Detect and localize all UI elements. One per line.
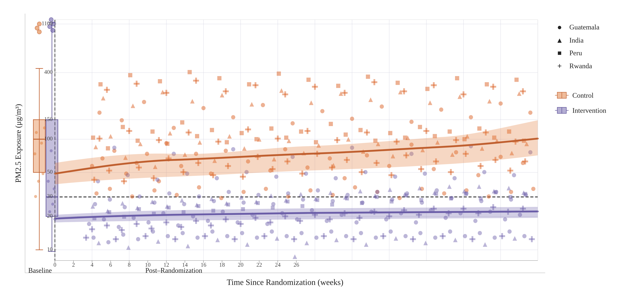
svg-marker-455 [512,236,517,241]
svg-rect-155 [418,125,422,129]
svg-point-401 [389,229,393,234]
svg-point-337 [227,190,231,194]
svg-point-402 [404,234,408,238]
svg-marker-427 [328,190,333,195]
group-legend: Control Intervention [554,90,630,116]
svg-point-586 [37,22,42,26]
y-tick-100: 100 [44,135,53,142]
svg-marker-123 [250,102,254,106]
svg-rect-148 [314,140,318,144]
svg-point-371 [482,170,486,174]
svg-point-60 [350,117,354,121]
svg-point-370 [452,176,457,180]
y-tick-50: 50 [47,168,53,175]
svg-point-329 [108,197,112,202]
svg-marker-129 [428,100,432,105]
svg-rect-486 [523,192,527,196]
svg-point-387 [180,231,185,235]
svg-point-86 [509,190,513,194]
svg-rect-475 [360,201,364,205]
svg-rect-143 [240,131,244,135]
svg-rect-476 [375,195,379,199]
svg-point-83 [442,191,446,196]
svg-point-410 [522,234,526,238]
svg-rect-146 [284,136,288,140]
legend-label-peru: Peru [569,49,582,57]
svg-point-85 [487,194,491,199]
svg-point-347 [375,190,380,194]
svg-point-604 [50,28,55,33]
svg-rect-171 [336,84,340,88]
svg-marker-98 [242,146,246,151]
svg-point-368 [393,175,397,179]
svg-marker-127 [368,97,373,102]
svg-point-585 [37,30,42,34]
svg-rect-164 [128,73,132,77]
svg-point-335 [197,194,201,199]
svg-rect-151 [358,128,363,132]
svg-rect-478 [404,193,408,197]
svg-marker-425 [298,192,303,196]
svg-point-324 [473,219,478,223]
legend-label-intervention: Intervention [572,106,606,114]
svg-rect-159 [477,126,482,131]
svg-point-339 [256,193,260,197]
svg-marker-413 [120,201,125,206]
legend-item-india: ▲ India [554,36,630,44]
svg-point-71 [175,193,179,197]
svg-marker-417 [180,198,184,202]
svg-marker-444 [186,244,190,248]
svg-marker-95 [198,140,202,145]
svg-point-607 [53,187,56,190]
svg-point-593 [34,195,37,198]
svg-point-589 [40,142,43,145]
svg-point-54 [172,126,176,130]
svg-rect-460 [137,207,141,211]
svg-point-373 [112,146,116,150]
svg-rect-150 [344,132,348,137]
svg-marker-445 [215,238,220,242]
svg-point-383 [121,232,125,237]
svg-point-393 [270,229,274,234]
svg-point-61 [380,105,384,109]
svg-rect-484 [494,190,498,194]
svg-marker-93 [168,131,172,135]
svg-point-75 [264,187,268,191]
svg-point-386 [166,234,170,238]
svg-point-592 [37,180,40,183]
svg-point-66 [528,111,532,115]
control-box-swatch [554,90,569,101]
svg-rect-471 [300,204,304,208]
svg-point-404 [433,235,438,240]
triangle-icon: ▲ [554,36,565,44]
svg-rect-144 [254,137,259,141]
svg-point-334 [182,202,186,206]
svg-point-328 [93,202,97,206]
svg-point-389 [210,229,214,234]
svg-marker-124 [279,88,284,93]
svg-marker-122 [220,93,224,97]
svg-marker-119 [130,104,135,108]
svg-point-375 [231,147,235,151]
svg-marker-447 [275,236,279,241]
svg-rect-153 [388,131,392,135]
svg-rect-137 [150,129,154,134]
svg-point-63 [439,108,444,112]
svg-point-52 [120,118,124,122]
svg-point-72 [197,185,201,189]
svg-point-392 [255,235,259,240]
y-tick-10: 10 [47,246,53,252]
svg-point-609 [51,203,54,206]
svg-point-51 [98,111,102,115]
svg-point-405 [448,229,452,234]
svg-rect-482 [464,192,468,196]
svg-point-55 [201,106,206,110]
svg-point-400 [374,235,378,240]
svg-point-320 [414,220,418,224]
svg-point-388 [196,235,200,240]
svg-marker-442 [126,245,131,250]
svg-point-302 [146,220,151,224]
svg-marker-429 [358,189,362,193]
svg-point-372 [512,173,516,177]
intervention-box-swatch [554,105,569,116]
